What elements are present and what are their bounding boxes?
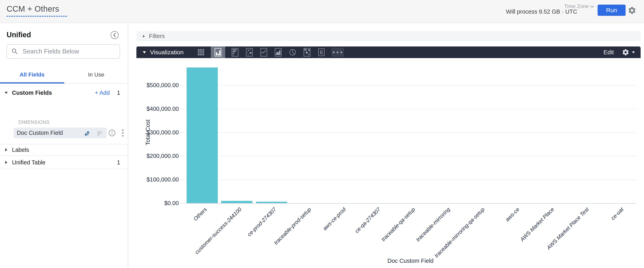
viz-more-types-button[interactable]	[331, 48, 344, 57]
edit-button[interactable]: Edit	[604, 49, 614, 56]
section-label: Unified Table	[12, 159, 46, 166]
bar-chart: Total Cost $0.00$100,000.00$200,000.00$3…	[128, 58, 644, 268]
viz-type-scatter-icon[interactable]	[245, 47, 254, 58]
chart-bar[interactable]	[186, 67, 218, 203]
caret-right-icon	[143, 35, 145, 38]
view-title: Unified	[6, 31, 31, 39]
search-fields-input[interactable]	[22, 48, 116, 55]
x-axis-label: Others	[192, 206, 208, 222]
x-axis-label: AWS Market Place	[519, 206, 556, 243]
y-axis-tick	[180, 180, 184, 180]
gridline	[185, 85, 636, 85]
x-axis-label: ce-qa-274307	[354, 206, 382, 234]
y-axis-label: $100,000.00	[146, 176, 179, 183]
section-count: 1	[117, 159, 120, 166]
x-axis-line	[185, 203, 636, 204]
visualization-label: Visualization	[150, 49, 184, 56]
pivot-icon[interactable]	[83, 129, 91, 137]
caret-down-icon[interactable]	[143, 51, 146, 54]
ellipsis-icon	[333, 52, 342, 53]
page-title-text: CCM + Others	[6, 5, 59, 13]
viz-settings-button[interactable]	[622, 49, 635, 56]
gridline	[185, 156, 636, 156]
add-custom-field-button[interactable]: + Add	[95, 89, 110, 96]
gridline	[185, 180, 636, 180]
search-box	[6, 44, 120, 59]
viz-type-column-icon[interactable]	[211, 47, 225, 58]
filters-label: Filters	[149, 33, 165, 40]
dimensions-group-label: DIMENSIONS	[18, 119, 50, 125]
caret-right-icon[interactable]	[3, 148, 9, 152]
section-custom-fields[interactable]: Custom Fields + Add 1	[0, 86, 128, 99]
main-content: Filters Visualization	[128, 23, 644, 268]
y-axis-tick	[180, 85, 184, 85]
info-icon[interactable]	[108, 129, 116, 137]
gridline	[185, 132, 636, 133]
x-axis-label: traceable-mirroring	[415, 206, 451, 243]
y-axis-label: $0.00	[164, 200, 179, 206]
y-axis-label: $200,000.00	[146, 153, 179, 159]
section-unified-table[interactable]: Unified Table 1	[0, 156, 128, 169]
y-axis-label: $500,000.00	[146, 82, 179, 88]
settings-gear-icon[interactable]	[628, 6, 636, 15]
explore-page: CCM + Others Time Zone Will process 9.52…	[0, 0, 644, 268]
section-labels[interactable]: Labels	[0, 143, 128, 157]
viz-type-line-icon[interactable]	[259, 47, 268, 58]
viz-type-bar-icon[interactable]	[230, 47, 240, 58]
x-axis-label: ce-uat	[610, 206, 625, 221]
field-picker-sidebar: Unified All Fields In Use Custom Fields …	[0, 23, 128, 268]
search-icon	[11, 48, 18, 55]
y-axis-tick	[180, 132, 184, 133]
x-axis-label: traceable-prod-setup	[272, 206, 312, 246]
tab-all-fields[interactable]: All Fields	[0, 66, 64, 83]
viz-type-pie-icon[interactable]	[288, 47, 297, 58]
caret-right-icon[interactable]	[3, 161, 9, 164]
y-axis-label: $400,000.00	[146, 105, 179, 112]
section-label: Custom Fields	[12, 89, 52, 96]
process-info: Will process 9.52 GB · UTC	[506, 9, 577, 15]
caret-down-icon[interactable]	[3, 92, 9, 94]
x-axis-label: aws-ce-prod	[322, 206, 347, 232]
viz-type-area-icon[interactable]	[274, 47, 283, 58]
chart-bar[interactable]	[221, 201, 252, 203]
divider	[0, 169, 128, 169]
filters-bar[interactable]: Filters	[136, 31, 640, 41]
viz-type-switcher: 6	[196, 47, 344, 58]
y-axis-tick	[180, 156, 184, 156]
caret-down-icon	[632, 51, 635, 53]
viz-type-single-value-icon[interactable]: 6	[317, 47, 326, 58]
header: CCM + Others Time Zone Will process 9.52…	[0, 0, 644, 23]
gridline	[185, 109, 636, 109]
visualization-bar: Visualization	[136, 47, 640, 58]
section-label: Labels	[12, 147, 29, 153]
y-axis-tick	[180, 203, 184, 203]
x-axis-label: aws-ce	[504, 206, 520, 223]
kebab-menu-icon[interactable]	[122, 129, 124, 137]
collapse-sidebar-icon[interactable]	[110, 31, 119, 40]
field-label: Doc Custom Field	[17, 129, 63, 136]
svg-text:6: 6	[320, 49, 323, 56]
chevron-down-icon	[590, 4, 594, 8]
page-title[interactable]: CCM + Others	[6, 5, 67, 17]
filter-icon[interactable]	[96, 129, 104, 137]
y-axis-label: $300,000.00	[146, 129, 179, 136]
field-doc-custom-field[interactable]: Doc Custom Field	[14, 127, 107, 138]
viz-type-table-icon[interactable]	[196, 47, 206, 58]
tab-in-use[interactable]: In Use	[64, 66, 128, 83]
x-axis-title: Doc Custom Field	[388, 257, 434, 264]
gear-icon	[622, 49, 630, 56]
viz-type-map-icon[interactable]	[302, 47, 312, 58]
run-button[interactable]: Run	[598, 5, 626, 16]
x-axis-label: ce-prod-274307	[246, 206, 278, 238]
y-axis-tick	[180, 109, 184, 109]
section-count: 1	[117, 89, 120, 96]
field-tabs: All Fields In Use	[0, 66, 128, 83]
chart-bar[interactable]	[256, 202, 287, 203]
x-axis-label: traceable-qa-setup	[380, 206, 416, 242]
